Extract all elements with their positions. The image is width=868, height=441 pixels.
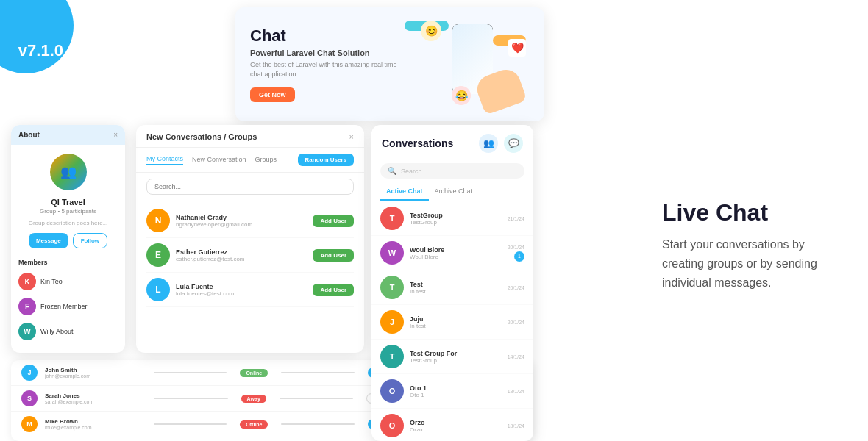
contact-avatar: N	[146, 209, 170, 232]
conv-last-msg: TestGroup	[410, 357, 502, 364]
follow-btn[interactable]: Follow	[73, 233, 107, 248]
member-item[interactable]: K Kin Teo	[17, 269, 119, 294]
group-desc: Group description goes here...	[11, 219, 125, 233]
banner-illustration: 😊 ❤️ 😂	[397, 17, 530, 112]
conv-name: Woul Blore	[410, 246, 502, 254]
contact-email: esther.gutierrez@test.com	[176, 256, 307, 262]
add-group-icon[interactable]: 👥	[479, 134, 498, 153]
panel-new-conv: New Conversations / Groups × My Contacts…	[136, 125, 364, 353]
contact-email: lula.fuentes@test.com	[176, 290, 307, 297]
conv-info: Orzo Orzo	[410, 419, 502, 433]
conv-avatar: W	[380, 241, 404, 265]
conv-list: T TestGroup TestGroup 21/1/24 W Woul Blo…	[371, 201, 533, 441]
table-avatar: M	[21, 416, 38, 432]
chat-bubble-icon[interactable]: 💬	[504, 134, 523, 153]
banner-text: Chat Powerful Laravel Chat Solution Get …	[250, 26, 397, 101]
member-name: Kin Teo	[40, 278, 63, 285]
conv-item[interactable]: O Oto 1 Oto 1 18/1/24	[371, 374, 533, 409]
conv-item[interactable]: T Test Group For TestGroup 14/1/24	[371, 340, 533, 374]
member-avatar: F	[18, 298, 36, 315]
members-label: Members	[11, 256, 125, 269]
panel-conversations: Conversations 👥 💬 🔍 Search Active Chat A…	[371, 125, 533, 441]
conv-info: TestGroup TestGroup	[410, 212, 502, 226]
contact-avatar: L	[146, 278, 170, 301]
conv-name: Juju	[410, 315, 502, 323]
tab-new-conv[interactable]: New Conversation	[192, 156, 246, 165]
banner-subtitle: Powerful Laravel Chat Solution	[250, 49, 397, 57]
conv-time: 18/1/24	[508, 423, 524, 429]
table-user-info: John Smith john@example.com	[45, 367, 140, 379]
conv-item[interactable]: J Juju In test 20/1/24	[371, 305, 533, 340]
about-header: About ×	[11, 125, 125, 145]
conv-info: Test In test	[410, 281, 502, 295]
conv-last-msg: In test	[410, 323, 502, 329]
nc-close-btn[interactable]: ×	[349, 132, 354, 141]
group-avatar: 👥	[50, 154, 87, 190]
tab-groups[interactable]: Groups	[255, 156, 277, 165]
table-separator	[154, 423, 227, 425]
conv-header-icons: 👥 💬	[479, 134, 523, 153]
contact-list: N Nathaniel Grady ngradydeveloper@gmail.…	[136, 201, 364, 310]
add-contact-btn[interactable]: Add User	[313, 284, 354, 296]
member-name: Willy About	[40, 328, 74, 335]
conv-info: Test Group For TestGroup	[410, 350, 502, 364]
conv-item[interactable]: O Orzo Orzo 18/1/24	[371, 409, 533, 441]
emoji-smile: 😊	[421, 21, 441, 41]
group-avatar-emoji: 👥	[60, 164, 77, 180]
about-title: About	[18, 131, 40, 139]
message-btn[interactable]: Message	[29, 233, 68, 248]
nc-search-input[interactable]	[146, 179, 354, 195]
about-actions: Message Follow	[11, 233, 125, 256]
members-list: K Kin Teo F Frozen Member W Willy About	[11, 269, 125, 344]
nc-header: New Conversations / Groups ×	[136, 125, 364, 148]
conv-time: 20/1/24	[508, 245, 524, 250]
conv-search-placeholder: Search	[401, 168, 422, 175]
contact-info: Lula Fuente lula.fuentes@test.com	[176, 283, 307, 297]
conv-search-box: 🔍 Search	[380, 163, 524, 179]
conv-time: 18/1/24	[508, 389, 524, 394]
conv-title: Conversations	[382, 137, 453, 149]
conv-item[interactable]: W Woul Blore Woul Blore 20/1/24 1	[371, 236, 533, 270]
banner-get-btn[interactable]: Get Now	[250, 87, 295, 102]
chat-banner: Chat Powerful Laravel Chat Solution Get …	[235, 7, 544, 121]
conv-avatar: T	[380, 345, 404, 368]
tab-active-chat[interactable]: Active Chat	[380, 183, 429, 201]
conv-time: 14/1/24	[508, 354, 524, 359]
conv-name: Oto 1	[410, 384, 502, 392]
conv-name: Test	[410, 281, 502, 288]
conv-tabs: Active Chat Archive Chat	[371, 183, 533, 201]
panel-about: About × 👥 QI Travel Group • 5 participan…	[11, 125, 125, 353]
conv-name: TestGroup	[410, 212, 502, 219]
add-contact-btn[interactable]: Add User	[313, 249, 354, 262]
contact-item: N Nathaniel Grady ngradydeveloper@gmail.…	[146, 204, 354, 238]
conv-time: 21/1/24	[508, 216, 524, 221]
conv-avatar: O	[380, 414, 404, 437]
random-users-btn[interactable]: Random Users	[298, 154, 354, 166]
status-badge: Online	[240, 369, 268, 377]
contact-item: E Esther Gutierrez esther.gutierrez@test…	[146, 238, 354, 273]
conv-item[interactable]: T TestGroup TestGroup 21/1/24	[371, 201, 533, 236]
contact-item: L Lula Fuente lula.fuentes@test.com Add …	[146, 273, 354, 307]
conv-meta: 18/1/24	[508, 423, 524, 429]
contact-avatar: E	[146, 243, 170, 267]
tab-archive-chat[interactable]: Archive Chat	[429, 183, 479, 201]
conv-avatar: J	[380, 310, 404, 334]
about-close-btn[interactable]: ×	[113, 131, 118, 139]
conv-last-msg: Oto 1	[410, 392, 502, 398]
version-text: v7.1.0	[18, 41, 63, 60]
add-contact-btn[interactable]: Add User	[313, 215, 354, 227]
contact-info: Nathaniel Grady ngradydeveloper@gmail.co…	[176, 214, 307, 228]
table-user-name: Mike Brown	[45, 418, 140, 425]
conv-name: Test Group For	[410, 350, 502, 357]
banner-desc: Get the best of Laravel with this amazin…	[250, 60, 397, 79]
table-user-email: sarah@example.com	[45, 399, 140, 404]
table-user-info: Sarah Jones sarah@example.com	[45, 392, 140, 404]
conv-item[interactable]: T Test In test 20/1/24	[371, 270, 533, 305]
table-separator	[281, 372, 354, 373]
conv-last-msg: Woul Blore	[410, 254, 502, 260]
status-badge: Offline	[240, 420, 268, 429]
member-item[interactable]: F Frozen Member	[17, 294, 119, 319]
tab-my-contacts[interactable]: My Contacts	[146, 155, 183, 165]
member-item[interactable]: W Willy About	[17, 319, 119, 344]
table-avatar: S	[21, 390, 38, 406]
